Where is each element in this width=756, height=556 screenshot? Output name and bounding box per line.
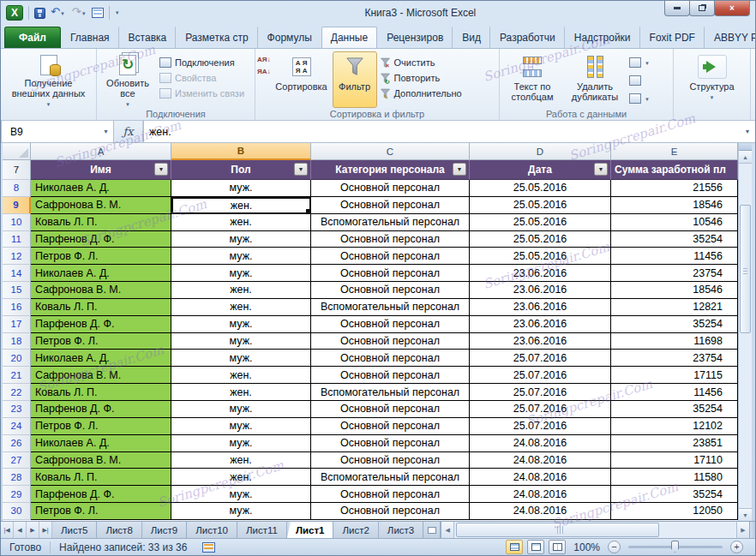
- row-header-21[interactable]: 21: [3, 367, 31, 384]
- cell-C17[interactable]: Основной персонал: [311, 316, 470, 333]
- scroll-up-button[interactable]: ▲: [739, 151, 752, 164]
- cell-B18[interactable]: муж.: [171, 333, 311, 350]
- cell-B26[interactable]: муж.: [171, 435, 311, 452]
- cell-C12[interactable]: Основной персонал: [311, 248, 470, 265]
- scroll-left-button[interactable]: ◀: [441, 522, 454, 538]
- sheet-tab-лист11[interactable]: Лист11: [237, 522, 287, 538]
- name-box-dropdown-icon[interactable]: ▼: [99, 129, 113, 135]
- cell-C21[interactable]: Основной персонал: [311, 367, 470, 384]
- cell-B24[interactable]: муж.: [171, 418, 311, 435]
- cell-B12[interactable]: муж.: [171, 248, 311, 265]
- cell-E20[interactable]: 23754: [611, 350, 738, 367]
- row-header-18[interactable]: 18: [3, 333, 31, 350]
- row-header-29[interactable]: 29: [3, 486, 31, 503]
- cell-D21[interactable]: 25.07.2016: [470, 367, 611, 384]
- scroll-right-button[interactable]: ▶: [736, 522, 749, 538]
- horizontal-scroll-track[interactable]: [454, 522, 736, 538]
- sort-ascending-button[interactable]: АЯ↓: [257, 57, 271, 63]
- tab-page-layout[interactable]: Разметка стр: [176, 27, 257, 48]
- edit-links-button[interactable]: Изменить связи: [157, 86, 247, 101]
- cell-C27[interactable]: Основной персонал: [311, 452, 470, 469]
- insert-function-button[interactable]: ƒx: [114, 121, 143, 142]
- row-header-17[interactable]: 17: [3, 316, 31, 333]
- formula-input[interactable]: [144, 126, 740, 138]
- row-header-14[interactable]: 14: [3, 265, 31, 282]
- page-break-view-button[interactable]: [549, 540, 566, 554]
- cell-B20[interactable]: муж.: [171, 350, 311, 367]
- zoom-out-button[interactable]: −: [608, 541, 621, 553]
- insert-worksheet-button[interactable]: [423, 522, 441, 538]
- row-header-9[interactable]: 9: [3, 197, 31, 214]
- row-header-23[interactable]: 23: [3, 401, 31, 418]
- zoom-in-button[interactable]: +: [730, 541, 743, 553]
- cell-E11[interactable]: 35254: [611, 231, 738, 248]
- next-sheet-button[interactable]: ▶: [27, 522, 39, 538]
- cell-A30[interactable]: Петров Ф. Л.: [31, 503, 171, 520]
- cell-A24[interactable]: Петров Ф. Л.: [31, 418, 171, 435]
- cell-E8[interactable]: 21556: [611, 180, 738, 197]
- cell-D11[interactable]: 25.05.2016: [470, 231, 611, 248]
- cell-B28[interactable]: жен.: [171, 469, 311, 486]
- vertical-scrollbar-thumb[interactable]: [740, 205, 751, 333]
- remove-duplicates-button[interactable]: Удалить дубликаты: [563, 51, 627, 108]
- sheet-tab-лист1[interactable]: Лист1: [287, 522, 334, 538]
- cell-B27[interactable]: жен.: [171, 452, 311, 469]
- table-header-cell[interactable]: Категория персонала▼: [311, 160, 470, 180]
- cell-A9[interactable]: Сафронова В. М.: [31, 197, 171, 214]
- horizontal-split-handle[interactable]: [749, 522, 755, 538]
- cell-D18[interactable]: 23.06.2016: [470, 333, 611, 350]
- advanced-filter-button[interactable]: ✎ Дополнительно: [377, 86, 465, 101]
- tab-insert[interactable]: Вставка: [119, 27, 177, 48]
- tab-formulas[interactable]: Формулы: [258, 27, 321, 48]
- refresh-all-button[interactable]: ↻ Обновить все ▼: [99, 51, 157, 108]
- cell-C20[interactable]: Основной персонал: [311, 350, 470, 367]
- cell-A16[interactable]: Коваль Л. П.: [31, 299, 171, 316]
- row-header-15[interactable]: 15: [3, 282, 31, 299]
- cell-E29[interactable]: 35254: [611, 486, 738, 503]
- cell-B14[interactable]: муж.: [171, 265, 311, 282]
- cell-C24[interactable]: Основной персонал: [311, 418, 470, 435]
- last-sheet-button[interactable]: ▶|: [39, 522, 52, 538]
- filter-dropdown-button[interactable]: ▼: [594, 163, 608, 176]
- tab-review[interactable]: Рецензиров: [377, 27, 453, 48]
- cell-E10[interactable]: 10546: [611, 214, 738, 231]
- cell-A11[interactable]: Парфенов Д. Ф.: [31, 231, 171, 248]
- tab-addins[interactable]: Надстройки: [565, 27, 640, 48]
- table-header-cell[interactable]: Пол▼: [171, 160, 311, 180]
- cell-C16[interactable]: Вспомогательный персонал: [311, 299, 470, 316]
- filter-dropdown-button[interactable]: ▼: [154, 163, 168, 176]
- clear-filter-button[interactable]: × Очистить: [377, 55, 465, 70]
- cell-D8[interactable]: 25.05.2016: [470, 180, 611, 197]
- outline-button[interactable]: Структура ▼: [679, 51, 746, 108]
- cell-E18[interactable]: 11698: [611, 333, 738, 350]
- cell-B9[interactable]: жен.: [171, 197, 311, 214]
- consolidate-button[interactable]: [627, 73, 652, 88]
- formula-input-area[interactable]: [143, 121, 740, 142]
- cell-A14[interactable]: Николаев А. Д.: [31, 265, 171, 282]
- cell-E22[interactable]: 11456: [611, 384, 738, 401]
- row-header-26[interactable]: 26: [3, 435, 31, 452]
- cell-E14[interactable]: 23754: [611, 265, 738, 282]
- cell-E24[interactable]: 12102: [611, 418, 738, 435]
- zoom-slider[interactable]: [628, 546, 723, 548]
- cell-B16[interactable]: жен.: [171, 299, 311, 316]
- redo-button[interactable]: ↷▼: [70, 5, 88, 21]
- cell-A21[interactable]: Сафронова В. М.: [31, 367, 171, 384]
- table-header-cell[interactable]: Сумма заработной пл: [611, 160, 738, 180]
- cell-B17[interactable]: муж.: [171, 316, 311, 333]
- sheet-tab-лист5[interactable]: Лист5: [52, 522, 97, 538]
- column-header-A[interactable]: A: [31, 143, 171, 160]
- properties-button[interactable]: Свойства: [157, 70, 247, 86]
- page-layout-view-button[interactable]: [527, 540, 544, 554]
- what-if-analysis-button[interactable]: ▼: [627, 91, 652, 106]
- cell-A17[interactable]: Парфенов Д. Ф.: [31, 316, 171, 333]
- cell-E21[interactable]: 17115: [611, 367, 738, 384]
- cell-D14[interactable]: 23.06.2016: [470, 265, 611, 282]
- cell-D27[interactable]: 24.08.2016: [470, 452, 611, 469]
- cell-D24[interactable]: 25.07.2016: [470, 418, 611, 435]
- restore-button[interactable]: [689, 1, 715, 16]
- cell-C22[interactable]: Вспомогательный персонал: [311, 384, 470, 401]
- cell-A18[interactable]: Петров Ф. Л.: [31, 333, 171, 350]
- row-header-20[interactable]: 20: [3, 350, 31, 367]
- table-header-cell[interactable]: Дата▼: [470, 160, 611, 180]
